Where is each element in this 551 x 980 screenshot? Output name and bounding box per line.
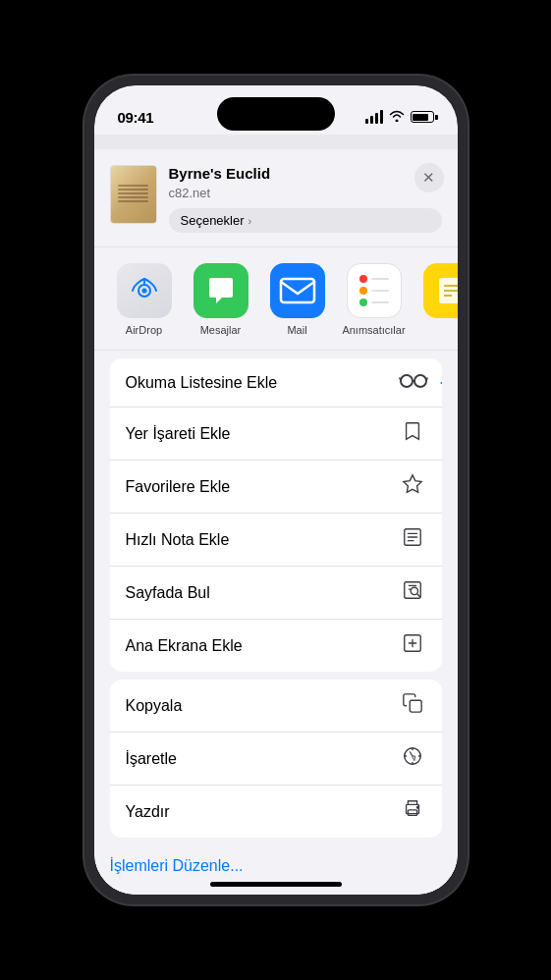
bookmark-label: Yer İşareti Ekle <box>126 425 231 443</box>
messages-icon <box>193 263 248 318</box>
copy-label: Kopyala <box>126 697 183 715</box>
status-icons <box>365 110 434 125</box>
print-label: Yazdır <box>126 803 170 821</box>
actions-group-2: Kopyala İşaretle <box>110 680 442 838</box>
svg-point-8 <box>414 375 426 387</box>
favorites-label: Favorilere Ekle <box>126 478 231 496</box>
airdrop-label: AirDrop <box>126 324 162 336</box>
action-print[interactable]: Yazdır <box>110 786 442 838</box>
app-item-messages[interactable]: Mesajlar <box>187 263 255 336</box>
mail-icon <box>270 263 325 318</box>
screen: 09:41 <box>94 85 458 895</box>
mail-label: Mail <box>287 324 306 336</box>
action-quick-note[interactable]: Hızlı Nota Ekle <box>110 514 442 567</box>
add-home-label: Ana Ekrana Ekle <box>126 637 243 655</box>
print-icon <box>399 798 426 825</box>
find-icon <box>399 579 426 606</box>
messages-label: Mesajlar <box>200 324 242 336</box>
dynamic-island <box>217 97 335 131</box>
status-bar: 09:41 <box>94 85 458 135</box>
svg-line-12 <box>416 594 419 597</box>
app-item-notes[interactable] <box>416 263 458 318</box>
app-item-reminders[interactable]: Anımsatıcılar <box>340 263 409 336</box>
svg-rect-14 <box>410 700 421 712</box>
action-favorites[interactable]: Favorilere Ekle <box>110 461 442 514</box>
book-title: Byrne's Euclid <box>169 165 442 182</box>
glasses-icon <box>399 371 426 394</box>
action-copy[interactable]: Kopyala <box>110 680 442 733</box>
book-header: Byrne's Euclid c82.net Seçenekler › ✕ <box>94 149 458 247</box>
status-time: 09:41 <box>118 109 154 126</box>
close-icon: ✕ <box>422 170 435 185</box>
battery-icon <box>411 111 434 123</box>
action-find-page[interactable]: Sayfada Bul <box>110 567 442 620</box>
signal-icon <box>365 110 383 124</box>
edit-actions-link[interactable]: İşlemleri Düzenle... <box>110 857 244 874</box>
action-add-home[interactable]: Ana Ekrana Ekle <box>110 620 442 672</box>
notes-icon <box>423 263 458 318</box>
mark-label: İşaretle <box>126 750 177 768</box>
reminders-icon <box>347 263 402 318</box>
chevron-right-icon: › <box>248 215 252 227</box>
phone-frame: 09:41 <box>84 76 468 904</box>
note-icon <box>399 526 426 553</box>
svg-rect-17 <box>408 810 416 816</box>
options-button[interactable]: Seçenekler › <box>169 208 442 233</box>
close-button[interactable]: ✕ <box>414 163 444 192</box>
reading-list-label: Okuma Listesine Ekle <box>126 374 278 392</box>
options-label: Seçenekler <box>181 213 245 228</box>
svg-point-7 <box>401 375 413 387</box>
svg-rect-2 <box>281 279 314 302</box>
edit-actions: İşlemleri Düzenle... <box>94 845 458 895</box>
copy-icon <box>399 692 426 719</box>
svg-point-18 <box>416 806 418 808</box>
bookmark-icon <box>399 420 426 447</box>
reminders-label: Anımsatıcılar <box>342 324 405 336</box>
share-sheet: Byrne's Euclid c82.net Seçenekler › ✕ <box>94 149 458 895</box>
book-info: Byrne's Euclid c82.net Seçenekler › <box>169 165 442 233</box>
apps-row: AirDrop Mesajlar <box>94 247 458 351</box>
arrow-annotation <box>440 375 442 391</box>
action-bookmark[interactable]: Yer İşareti Ekle <box>110 408 442 461</box>
action-reading-list[interactable]: Okuma Listesine Ekle <box>110 358 442 408</box>
compass-icon <box>399 745 426 772</box>
airdrop-icon <box>117 263 172 318</box>
book-cover <box>110 165 157 224</box>
wifi-icon <box>389 110 405 125</box>
app-item-mail[interactable]: Mail <box>263 263 332 336</box>
star-icon <box>399 473 426 500</box>
plus-square-icon <box>399 632 426 659</box>
quick-note-label: Hızlı Nota Ekle <box>126 531 230 549</box>
home-indicator <box>210 882 342 887</box>
svg-point-1 <box>141 289 146 294</box>
action-mark[interactable]: İşaretle <box>110 733 442 786</box>
actions-group-1: Okuma Listesine Ekle <box>110 358 442 672</box>
app-item-airdrop[interactable]: AirDrop <box>110 263 179 336</box>
find-page-label: Sayfada Bul <box>126 584 210 602</box>
book-url: c82.net <box>169 186 442 200</box>
